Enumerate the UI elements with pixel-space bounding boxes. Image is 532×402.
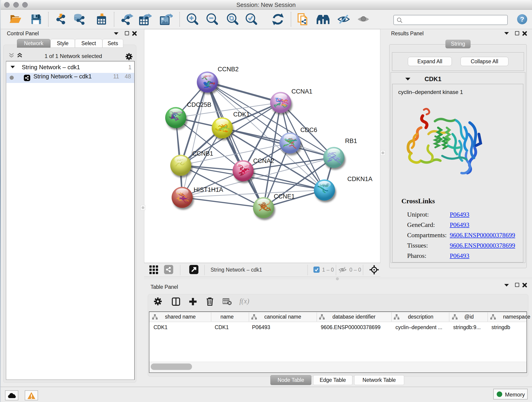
svg-text:CDKN1A: CDKN1A <box>347 176 373 182</box>
svg-text:CDC6: CDC6 <box>300 127 317 133</box>
svg-text:HIST1H1A: HIST1H1A <box>194 186 223 193</box>
svg-text:CCNB1: CCNB1 <box>192 150 213 157</box>
svg-text:CCNE1: CCNE1 <box>274 193 295 200</box>
svg-text:CCNA1: CCNA1 <box>291 88 312 95</box>
svg-text:CDC25B: CDC25B <box>187 101 211 108</box>
svg-text:CDK1: CDK1 <box>233 111 250 118</box>
svg-text:RB1: RB1 <box>345 138 357 144</box>
svg-text:CCNB2: CCNB2 <box>218 66 239 73</box>
svg-text:CCNA2: CCNA2 <box>253 157 274 164</box>
